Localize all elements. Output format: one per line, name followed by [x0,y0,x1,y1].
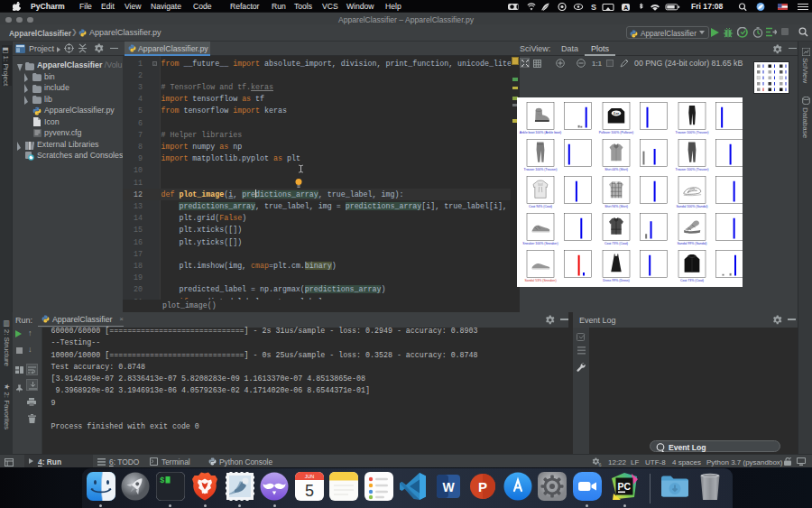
svg-text:Lee: Lee [613,111,619,115]
svg-text:Sandal 99% (Sandal): Sandal 99% (Sandal) [677,242,706,245]
svg-text:Coat 73% (Coat): Coat 73% (Coat) [604,242,628,245]
svg-text:Dress 99% (Dress): Dress 99% (Dress) [603,279,630,282]
svg-text:Sandal 100% (Sandal): Sandal 100% (Sandal) [676,205,707,208]
svg-text:Trouser 100% (Trouser): Trouser 100% (Trouser) [523,168,557,171]
svg-text:Coat 73% (Coat): Coat 73% (Coat) [680,279,704,282]
svg-text:Shirt 94% (Shirt): Shirt 94% (Shirt) [604,205,628,208]
svg-text:Sneaker 100% (Sneaker): Sneaker 100% (Sneaker) [522,242,558,245]
svg-text:Trouser 100% (Trouser): Trouser 100% (Trouser) [675,168,708,171]
svg-text:W: W [442,480,455,494]
svg-text:S: S [591,3,596,11]
svg-text:6: 6 [599,462,602,467]
svg-text:$: $ [160,476,165,485]
svg-text:5: 5 [304,482,313,500]
svg-text:A: A [623,4,628,10]
svg-text:Pullover 100% (Pullover): Pullover 100% (Pullover) [599,131,634,134]
svg-text:Sandal 53% (Sneaker): Sandal 53% (Sneaker) [524,279,556,282]
svg-text:JUN: JUN [304,474,314,479]
svg-text:Coat 94% (Coat): Coat 94% (Coat) [529,205,552,208]
svg-text:P: P [478,479,487,494]
svg-text:Shirt 44% (Shirt): Shirt 44% (Shirt) [604,168,628,171]
svg-text:Trouser 100% (Trouser): Trouser 100% (Trouser) [675,131,708,134]
svg-text:Ankle boot 100% (Ankle boot): Ankle boot 100% (Ankle boot) [520,131,561,134]
svg-text:PC: PC [618,481,632,492]
